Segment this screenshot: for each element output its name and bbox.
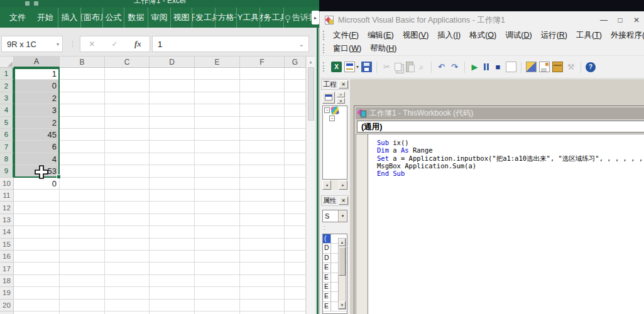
cell-D21[interactable] — [150, 311, 195, 314]
properties-window-icon[interactable] — [539, 62, 550, 72]
code-line-3[interactable]: Set a = Application.inputbox("把a1:a10选出来… — [377, 154, 643, 162]
cell-A14[interactable] — [14, 226, 60, 238]
cell-F8[interactable] — [240, 153, 285, 165]
cell-E16[interactable] — [195, 251, 240, 263]
cell-G8[interactable] — [285, 153, 306, 165]
cell-E13[interactable] — [195, 214, 240, 226]
cell-E2[interactable] — [195, 80, 240, 92]
cell-A9[interactable]: 53 — [14, 165, 60, 177]
cell-A18[interactable] — [14, 275, 60, 287]
scroll-up-icon[interactable]: ▲ — [339, 239, 346, 246]
cell-A3[interactable]: 2 — [14, 92, 60, 104]
column-header-A[interactable]: A — [14, 57, 60, 68]
toolbar-grip[interactable] — [323, 44, 325, 53]
cell-B9[interactable] — [60, 165, 105, 177]
cancel-icon[interactable]: ✕ — [89, 40, 95, 48]
cell-A6[interactable]: 45 — [14, 129, 60, 141]
cell-A12[interactable] — [14, 202, 60, 214]
find-icon[interactable]: ⌕ — [416, 62, 427, 72]
cell-A8[interactable]: 4 — [14, 153, 60, 165]
redo-icon[interactable]: ↷ — [449, 62, 460, 72]
cell-D17[interactable] — [150, 263, 195, 274]
cell-D7[interactable] — [150, 141, 195, 153]
cell-D18[interactable] — [150, 275, 195, 287]
cell-E3[interactable] — [195, 92, 240, 104]
ribbon-tab-7[interactable]: 视图 — [170, 8, 192, 28]
cell-D4[interactable] — [150, 104, 195, 116]
cell-B11[interactable] — [60, 190, 105, 202]
column-header-D[interactable]: D — [150, 57, 195, 68]
cell-A4[interactable]: 3 — [14, 104, 60, 116]
cell-C13[interactable] — [105, 214, 150, 226]
row-header-8[interactable]: 8 — [0, 153, 14, 165]
paste-icon[interactable] — [406, 62, 413, 72]
cell-C20[interactable] — [105, 300, 150, 311]
cell-G4[interactable] — [285, 104, 306, 116]
ribbon-tab-10[interactable]: DIY工具箱 — [236, 8, 259, 28]
cell-G13[interactable] — [285, 214, 306, 226]
cell-E7[interactable] — [195, 141, 240, 153]
cell-D9[interactable] — [150, 165, 195, 177]
cell-F14[interactable] — [240, 226, 285, 238]
cell-E21[interactable] — [195, 311, 240, 314]
ribbon-tab-6[interactable]: 审阅 — [148, 8, 170, 28]
enter-icon[interactable]: ✓ — [112, 40, 118, 48]
cut-icon[interactable]: ✂ — [381, 62, 392, 72]
stop-icon[interactable]: ■ — [493, 62, 503, 72]
code-line-4[interactable]: MsgBox Application.Sum(a) — [377, 162, 643, 170]
row-header-5[interactable]: 5 — [0, 117, 14, 129]
cell-C15[interactable] — [105, 239, 150, 251]
object-browser-icon[interactable] — [552, 62, 563, 72]
scroll-right-icon[interactable]: ▸ — [339, 180, 347, 190]
cell-B4[interactable] — [60, 104, 105, 116]
scrollbar-thumb[interactable] — [339, 247, 346, 276]
tree-node-1[interactable]: − — [323, 114, 347, 122]
cell-B20[interactable] — [60, 300, 105, 311]
cell-B6[interactable] — [60, 129, 105, 141]
menu-T[interactable]: 工具(T) — [572, 29, 606, 42]
cell-C12[interactable] — [105, 202, 150, 214]
cell-B2[interactable] — [60, 80, 105, 92]
row-header-12[interactable]: 12 — [0, 202, 14, 214]
properties-scrollbar[interactable]: ▲ ▼ — [338, 238, 346, 310]
cell-C21[interactable] — [105, 311, 150, 314]
cell-G19[interactable] — [285, 287, 306, 299]
cell-C16[interactable] — [105, 251, 150, 263]
project-explorer-icon[interactable] — [526, 62, 537, 72]
cell-E14[interactable] — [195, 226, 240, 238]
code-window-titlebar[interactable]: 工作簿1 - ThisWorkbook (代码) — [356, 107, 644, 119]
cell-A20[interactable] — [14, 300, 60, 311]
menu-E[interactable]: 编辑(E) — [363, 29, 398, 42]
cell-C8[interactable] — [105, 153, 150, 165]
menu-W[interactable]: 窗口(W) — [329, 42, 366, 55]
cell-F20[interactable] — [240, 300, 285, 311]
cell-B21[interactable] — [60, 311, 105, 314]
cell-E11[interactable] — [195, 190, 240, 202]
cell-E10[interactable] — [195, 178, 240, 190]
row-header-4[interactable]: 4 — [0, 104, 14, 116]
cell-F11[interactable] — [240, 190, 285, 202]
cell-D14[interactable] — [150, 226, 195, 238]
column-header-G[interactable]: G — [285, 57, 306, 68]
cell-E6[interactable] — [195, 129, 240, 141]
menu-D[interactable]: 调试(D) — [501, 29, 536, 42]
cell-D16[interactable] — [150, 251, 195, 263]
cell-B3[interactable] — [60, 92, 105, 104]
menu-F[interactable]: 文件(F) — [329, 29, 363, 42]
cell-E17[interactable] — [195, 263, 240, 274]
code-line-1[interactable]: Sub ix() — [377, 139, 643, 146]
row-header-6[interactable]: 6 — [0, 129, 14, 141]
cell-C10[interactable] — [105, 178, 150, 190]
cell-E1[interactable] — [195, 68, 240, 80]
cell-D13[interactable] — [150, 214, 195, 226]
select-all-corner[interactable] — [0, 57, 14, 68]
cell-D8[interactable] — [150, 153, 195, 165]
tree-node-0[interactable]: − — [323, 106, 347, 114]
cell-F4[interactable] — [240, 104, 285, 116]
cell-F12[interactable] — [240, 202, 285, 214]
row-header-7[interactable]: 7 — [0, 141, 14, 153]
chevron-down-icon[interactable]: ▾ — [337, 98, 345, 104]
cell-B19[interactable] — [60, 287, 105, 299]
maximize-button[interactable]: □ — [612, 16, 628, 24]
code-line-5[interactable]: End Sub — [377, 170, 643, 177]
